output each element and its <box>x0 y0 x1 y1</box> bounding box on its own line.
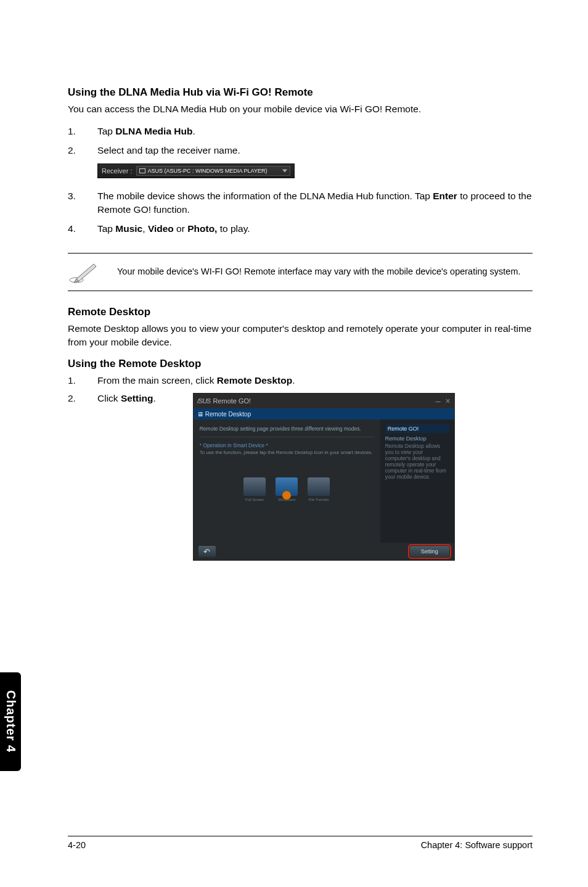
text-part: to play. <box>217 223 250 234</box>
section2-intro: Remote Desktop allows you to view your c… <box>68 322 533 349</box>
receiver-value: ASUS (ASUS-PC : WINDOWS MEDIA PLAYER) <box>148 168 267 174</box>
bold-text: DLNA Media Hub <box>115 126 192 136</box>
monitor-icon <box>139 168 145 173</box>
screenshot-text: To use the function, please tap the Remo… <box>200 450 374 456</box>
sidebar-body: Remote Desktop allows you to view your c… <box>385 443 449 480</box>
section2-heading: Remote Desktop <box>68 306 533 318</box>
refresh-icon <box>282 491 291 500</box>
list-item: 2. Click Setting. <box>68 393 156 404</box>
list-item: 1. Tap DLNA Media Hub. <box>68 125 533 138</box>
monitor-icon <box>276 477 298 496</box>
mode-label: File Transfer <box>309 498 329 501</box>
bold-text: Setting <box>121 393 153 403</box>
step-number: 3. <box>68 189 97 216</box>
section1-heading: Using the DLNA Media Hub via Wi-Fi GO! R… <box>68 86 533 99</box>
app-screenshot: /SUS Remote GO! – × 🖥 Remote Desktop Rem… <box>193 393 455 561</box>
step-text: Tap DLNA Media Hub. <box>97 125 533 138</box>
list-item: 3. The mobile device shows the informati… <box>68 189 533 216</box>
sidebar-title: Remote GO! <box>385 424 449 433</box>
screenshot-sidebar: Remote GO! Remote Desktop Remote Desktop… <box>380 419 454 543</box>
page-footer: 4-20 Chapter 4: Software support <box>68 836 533 850</box>
mode-option[interactable]: File Transfer <box>306 474 332 505</box>
section2-subheading: Using the Remote Desktop <box>68 358 533 370</box>
setting-button[interactable]: Setting <box>410 546 449 557</box>
monitor-icon <box>308 477 330 496</box>
window-title: Remote GO! <box>213 397 251 405</box>
note-text: Your mobile device's WI-FI GO! Remote in… <box>117 266 521 278</box>
bold-text: Remote Desktop <box>217 375 292 386</box>
window-titlebar: /SUS Remote GO! – × <box>194 394 454 408</box>
list-item: 1. From the main screen, click Remote De… <box>68 374 533 387</box>
breadcrumb: 🖥 Remote Desktop <box>194 408 454 419</box>
receiver-field[interactable]: ASUS (ASUS-PC : WINDOWS MEDIA PLAYER) <box>136 166 290 176</box>
pencil-icon <box>68 260 99 284</box>
step-text: From the main screen, click Remote Deskt… <box>97 374 533 387</box>
step-text: Select and tap the receiver name. <box>97 144 533 157</box>
text-part: The mobile device shows the information … <box>97 191 433 201</box>
step-text: Click Setting. <box>97 393 156 404</box>
chapter-tab-label: Chapter 4 <box>4 690 18 753</box>
minimize-icon[interactable]: – <box>436 396 441 406</box>
monitor-icon <box>243 477 266 496</box>
note-callout: Your mobile device's WI-FI GO! Remote in… <box>68 253 533 291</box>
section1-intro: You can access the DLNA Media Hub on you… <box>68 102 533 116</box>
brand-logo: /SUS <box>197 397 211 405</box>
list-item: 4. Tap Music, Video or Photo, to play. <box>68 222 533 236</box>
step-text: The mobile device shows the information … <box>97 189 533 216</box>
footer-chapter: Chapter 4: Software support <box>421 840 533 850</box>
sidebar-heading: Remote Desktop <box>385 435 449 442</box>
screenshot-main: Remote Desktop setting page provides thr… <box>194 419 380 543</box>
chapter-tab: Chapter 4 <box>0 672 21 771</box>
mode-option[interactable]: Full Screen <box>242 474 267 505</box>
text-part: Tap <box>97 126 115 136</box>
mode-option[interactable]: Windowed <box>274 474 300 505</box>
step-number: 2. <box>68 144 97 157</box>
receiver-label: Receiver : <box>102 167 133 175</box>
text-part: Tap <box>97 223 115 234</box>
step-number: 1. <box>68 374 97 387</box>
back-button[interactable]: ↶ <box>198 546 216 557</box>
close-icon[interactable]: × <box>446 396 451 406</box>
chevron-down-icon <box>282 170 287 173</box>
text-part: . <box>192 126 195 136</box>
step-number: 2. <box>68 393 97 404</box>
step-number: 4. <box>68 222 97 236</box>
screenshot-text: * Operation in Smart Device * <box>200 442 374 448</box>
breadcrumb-text: Remote Desktop <box>205 411 251 418</box>
text-part: . <box>153 393 155 403</box>
screenshot-text: Remote Desktop setting page provides thr… <box>200 426 374 432</box>
bold-text: Enter <box>433 191 457 201</box>
screenshot-bottombar: ↶ Setting <box>194 543 454 560</box>
step-text: Tap Music, Video or Photo, to play. <box>97 222 533 236</box>
bold-text: Music <box>115 223 142 234</box>
text-part: . <box>292 375 295 386</box>
text-part: or <box>174 223 187 234</box>
receiver-dropdown[interactable]: Receiver : ASUS (ASUS-PC : WINDOWS MEDIA… <box>97 163 295 178</box>
page-number: 4-20 <box>68 840 86 850</box>
text-part: , <box>142 223 148 234</box>
mode-label: Full Screen <box>245 498 264 501</box>
bold-text: Video <box>148 223 174 234</box>
text-part: Click <box>97 393 121 403</box>
bold-text: Photo, <box>187 223 217 234</box>
step-number: 1. <box>68 125 97 138</box>
monitor-icon: 🖥 <box>197 411 203 418</box>
list-item: 2. Select and tap the receiver name. <box>68 144 533 157</box>
text-part: From the main screen, click <box>97 375 217 386</box>
